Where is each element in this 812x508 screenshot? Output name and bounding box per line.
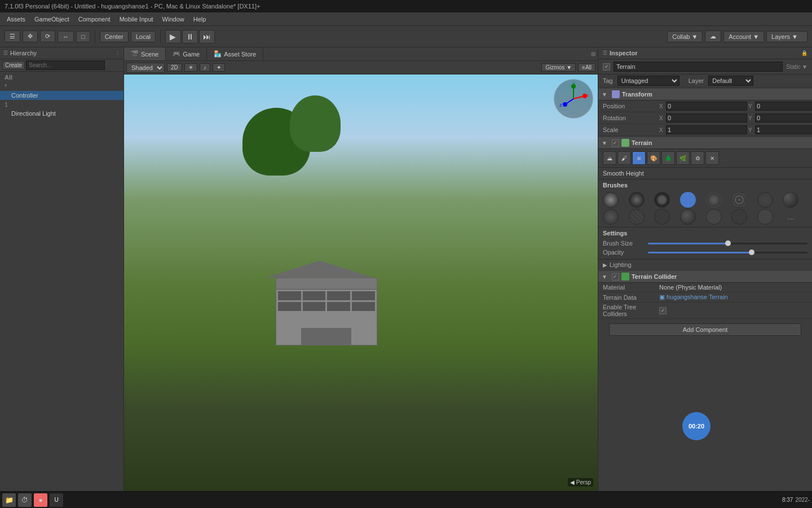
lighting-toggle[interactable]: ☀: [184, 63, 197, 72]
tool-scale[interactable]: ↔: [58, 31, 74, 42]
rotation-xyz: X Y Z: [659, 113, 812, 122]
audio-toggle[interactable]: ♪: [200, 63, 210, 72]
shading-mode-select[interactable]: Shaded: [126, 63, 165, 73]
tool-rect[interactable]: □: [76, 31, 90, 42]
taskbar-time-machine[interactable]: ⏱: [18, 493, 32, 507]
hier-item-1[interactable]: 1: [0, 100, 123, 109]
menu-assets[interactable]: Assets: [2, 15, 30, 24]
brush-14[interactable]: [731, 209, 747, 225]
pivot-btn[interactable]: Center: [100, 31, 129, 42]
hierarchy-title: ☰: [3, 50, 8, 56]
hier-item-all[interactable]: All: [0, 73, 123, 82]
hierarchy-search[interactable]: [26, 60, 105, 70]
pause-button[interactable]: ⏸: [182, 30, 198, 43]
brush-8[interactable]: [783, 192, 798, 208]
position-y[interactable]: [755, 102, 812, 111]
brush-9[interactable]: [603, 209, 619, 225]
brush-11[interactable]: [654, 209, 670, 225]
brush-5[interactable]: [706, 192, 722, 208]
hierarchy-toolbar: Create: [0, 59, 123, 72]
position-x[interactable]: [666, 102, 747, 111]
opacity-slider[interactable]: [648, 252, 807, 253]
lighting-row[interactable]: ▶ Lighting: [598, 260, 812, 270]
terrain-tool-texture[interactable]: 🎨: [647, 151, 660, 165]
collab-button[interactable]: Collab ▼: [667, 31, 703, 42]
position-xyz: X Y Z: [659, 102, 812, 111]
hierarchy-list: All * Controller 1 Directional Light: [0, 72, 123, 491]
smooth-height-label: Smooth Height: [598, 168, 812, 179]
scale-row: Scale X Y Z: [598, 124, 812, 136]
2d-toggle[interactable]: 2D: [167, 63, 182, 72]
tab-asset-store[interactable]: 🏪 Asset Store: [207, 47, 263, 60]
enable-tree-checkbox[interactable]: [659, 307, 667, 314]
space-btn[interactable]: Local: [131, 31, 156, 42]
fx-toggle[interactable]: ✦: [213, 63, 225, 72]
layer-select[interactable]: Default: [708, 76, 753, 86]
object-active-checkbox[interactable]: [603, 63, 610, 71]
terrain-enabled-checkbox[interactable]: [612, 139, 619, 147]
rotation-x[interactable]: [666, 113, 747, 122]
tab-scene[interactable]: 🎬 Scene: [124, 47, 166, 60]
terrain-tool-settings[interactable]: ⚙: [691, 151, 704, 165]
terrain-tool-extra[interactable]: ✕: [705, 151, 719, 165]
brush-1[interactable]: [603, 192, 619, 208]
hier-item-star[interactable]: *: [0, 82, 123, 91]
menu-help[interactable]: Help: [189, 15, 211, 24]
terrain-tool-raise[interactable]: ⛰: [603, 151, 616, 165]
brush-size-slider[interactable]: [648, 243, 807, 244]
menu-gameobject[interactable]: GameObject: [30, 15, 74, 24]
step-button[interactable]: ⏭: [199, 30, 215, 43]
game-tab-icon: 🎮: [173, 50, 180, 58]
brush-more[interactable]: …: [783, 209, 798, 225]
brush-13[interactable]: [706, 209, 722, 225]
terrain-data-icon: ▣: [659, 294, 667, 300]
menu-mobile-input[interactable]: Mobile Input: [115, 15, 158, 24]
brush-2[interactable]: [629, 192, 645, 208]
rotation-y[interactable]: [755, 113, 812, 122]
taskbar-folder[interactable]: 📁: [2, 493, 16, 507]
hier-item-directional-light[interactable]: Directional Light: [0, 109, 123, 118]
tag-select[interactable]: Untagged: [617, 76, 679, 86]
brush-15[interactable]: [757, 209, 773, 225]
terrain-tool-detail[interactable]: 🌿: [676, 151, 690, 165]
brush-12[interactable]: [680, 209, 696, 225]
enable-tree-label: Enable Tree Colliders: [603, 304, 659, 317]
tool-hand[interactable]: ☰: [5, 30, 20, 42]
collider-arrow: ▼: [602, 274, 607, 280]
scene-viewport[interactable]: X Y Z ◀ Persp: [124, 75, 598, 491]
taskbar-chrome[interactable]: ●: [34, 493, 47, 507]
building: [276, 278, 377, 345]
add-component-button[interactable]: Add Component: [609, 323, 801, 336]
menu-window[interactable]: Window: [158, 15, 189, 24]
tool-move[interactable]: ✥: [23, 30, 38, 42]
terrain-tool-smooth[interactable]: ≋: [632, 151, 646, 165]
gizmo-circle: X Y Z: [554, 79, 593, 119]
menu-component[interactable]: Component: [74, 15, 115, 24]
play-button[interactable]: ▶: [165, 30, 181, 43]
brush-10[interactable]: [629, 209, 645, 225]
brush-3[interactable]: [654, 192, 670, 208]
collider-enabled-checkbox[interactable]: [612, 273, 619, 281]
scene-maximize-btn[interactable]: ⊞: [591, 51, 595, 57]
account-button[interactable]: Account ▼: [723, 31, 764, 42]
tool-rotate[interactable]: ⟳: [40, 30, 55, 42]
scale-y[interactable]: [755, 125, 812, 134]
hierarchy-panel: ☰ Hierarchy ⋮ Create All * Controller 1 …: [0, 47, 124, 491]
hierarchy-title-text: Hierarchy: [10, 50, 37, 56]
tab-game[interactable]: 🎮 Game: [166, 47, 207, 60]
layers-button[interactable]: Layers ▼: [766, 31, 807, 42]
taskbar-unity[interactable]: U: [50, 493, 63, 507]
cloud-button[interactable]: ☁: [705, 30, 721, 42]
brush-4-active[interactable]: [680, 192, 696, 208]
all-btn[interactable]: ≡All: [578, 63, 595, 72]
terrain-tool-tree[interactable]: 🌲: [661, 151, 675, 165]
object-name-input[interactable]: [614, 62, 783, 72]
gizmos-btn[interactable]: Gizmos ▼: [541, 63, 576, 72]
terrain-tool-paint[interactable]: 🖌: [617, 151, 631, 165]
brush-7[interactable]: [757, 192, 773, 208]
hier-item-controller[interactable]: Controller: [0, 91, 123, 100]
toolbar-right: Collab ▼ ☁ Account ▼ Layers ▼: [667, 30, 807, 42]
brush-6[interactable]: [731, 192, 747, 208]
scale-x[interactable]: [666, 125, 747, 134]
hierarchy-create-btn[interactable]: Create: [2, 61, 25, 69]
